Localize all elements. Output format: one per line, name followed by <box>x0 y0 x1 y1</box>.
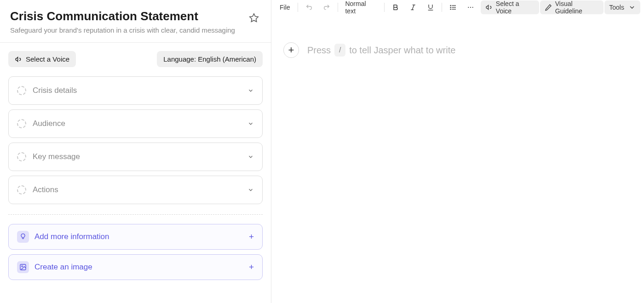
accordion-audience[interactable]: Audience <box>8 109 263 138</box>
accordion-key-message[interactable]: Key message <box>8 143 263 171</box>
dashed-circle-icon <box>17 152 26 161</box>
dashed-circle-icon <box>17 86 26 95</box>
svg-point-13 <box>468 7 469 8</box>
image-icon-box <box>17 261 29 273</box>
more-button[interactable] <box>462 0 479 14</box>
toolbar-voice-label: Select a Voice <box>496 0 535 15</box>
text-style-dropdown[interactable]: Normal text <box>340 0 381 14</box>
image-icon <box>19 263 27 271</box>
row-top: Select a Voice Language: English (Americ… <box>8 51 263 67</box>
add-block-button[interactable]: + <box>283 42 299 58</box>
chevron-down-icon <box>247 154 254 160</box>
language-label: Language: English (American) <box>163 55 256 63</box>
svg-point-2 <box>22 266 23 267</box>
dashed-circle-icon <box>17 185 26 194</box>
svg-point-15 <box>472 7 473 8</box>
editor-prompt-row: + Press / to tell Jasper what to write <box>283 42 630 58</box>
create-image-button[interactable]: Create an image + <box>8 254 263 280</box>
tools-dropdown[interactable]: Tools <box>604 0 640 14</box>
toolbar-select-voice[interactable]: Select a Voice <box>481 0 539 14</box>
plus-icon: + <box>249 232 254 242</box>
accordion-crisis-details[interactable]: Crisis details <box>8 76 263 105</box>
favorite-button[interactable] <box>247 11 261 25</box>
svg-point-11 <box>450 7 451 7</box>
accordion-label: Crisis details <box>33 86 247 95</box>
editor-area[interactable]: + Press / to tell Jasper what to write <box>271 15 644 303</box>
svg-point-10 <box>450 5 451 6</box>
select-voice-label: Select a Voice <box>26 55 69 63</box>
list-button[interactable] <box>445 0 461 14</box>
megaphone-icon <box>485 4 493 11</box>
visual-guideline-button[interactable]: Visual Guideline <box>540 0 604 14</box>
chevron-down-icon <box>247 120 254 127</box>
file-menu[interactable]: File <box>275 0 295 14</box>
add-more-information-button[interactable]: Add more information + <box>8 224 263 250</box>
accordion-actions[interactable]: Actions <box>8 176 263 204</box>
editor-placeholder: Press / to tell Jasper what to write <box>307 44 455 57</box>
bulb-icon <box>19 233 27 240</box>
chevron-down-icon <box>247 87 254 94</box>
underline-button[interactable] <box>422 0 439 14</box>
toolbar-separator <box>338 3 338 12</box>
brush-icon <box>545 4 552 11</box>
left-header: Crisis Communication Statement Safeguard… <box>0 0 271 43</box>
svg-point-12 <box>450 9 451 9</box>
page-title: Crisis Communication Statement <box>10 9 242 23</box>
accordion-label: Audience <box>33 119 247 128</box>
select-voice-button[interactable]: Select a Voice <box>8 51 76 67</box>
chevron-down-icon <box>247 187 254 193</box>
page-subtitle: Safeguard your brand's reputation in a c… <box>10 26 242 34</box>
toolbar-separator <box>298 3 298 12</box>
undo-button[interactable] <box>301 0 317 14</box>
left-body: Select a Voice Language: English (Americ… <box>0 43 271 285</box>
toolbar-separator <box>442 3 442 12</box>
slash-key-icon: / <box>334 44 345 57</box>
right-panel: File Normal text <box>271 0 644 303</box>
add-info-label: Add more information <box>34 232 249 241</box>
plus-icon: + <box>249 262 254 272</box>
create-image-label: Create an image <box>34 263 249 272</box>
left-panel: Crisis Communication Statement Safeguard… <box>0 0 271 303</box>
bold-button[interactable] <box>387 0 404 14</box>
redo-button[interactable] <box>318 0 335 14</box>
svg-line-5 <box>412 5 414 10</box>
svg-marker-0 <box>250 14 258 22</box>
placeholder-before: Press <box>307 45 331 56</box>
header-text: Crisis Communication Statement Safeguard… <box>10 9 242 34</box>
tools-label: Tools <box>609 4 624 11</box>
toolbar-separator <box>384 3 385 12</box>
svg-point-14 <box>470 7 471 8</box>
dashed-circle-icon <box>17 119 26 128</box>
separator <box>8 214 263 215</box>
accordion-label: Key message <box>33 152 247 161</box>
megaphone-icon <box>15 56 22 63</box>
star-icon <box>249 13 259 23</box>
visual-guideline-label: Visual Guideline <box>555 0 599 15</box>
italic-button[interactable] <box>405 0 421 14</box>
placeholder-after: to tell Jasper what to write <box>349 45 455 56</box>
text-style-label: Normal text <box>345 0 376 15</box>
accordion-label: Actions <box>33 185 247 194</box>
chevron-down-icon <box>628 4 636 11</box>
editor-toolbar: File Normal text <box>271 0 644 15</box>
file-label: File <box>280 4 290 11</box>
bulb-icon-box <box>17 231 29 243</box>
language-selector[interactable]: Language: English (American) <box>157 51 263 67</box>
